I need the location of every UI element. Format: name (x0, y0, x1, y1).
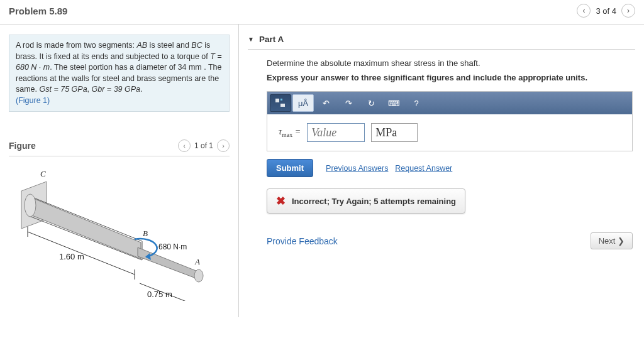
problem-header: Problem 5.89 ‹ 3 of 4 › (0, 0, 644, 24)
figure-prev-button[interactable]: ‹ (178, 139, 191, 152)
svg-rect-13 (280, 104, 285, 107)
help-button[interactable]: ? (406, 94, 427, 112)
answer-toolbar: μÅ ↶ ↷ ↻ ⌨ ? (267, 92, 632, 114)
feedback-box: ✖ Incorrect; Try Again; 5 attempts remai… (267, 188, 465, 214)
label-c: C (40, 169, 46, 179)
problem-nav: ‹ 3 of 4 › (577, 4, 635, 18)
problem-position: 3 of 4 (596, 6, 616, 16)
rod-diagram-svg (9, 169, 216, 301)
request-answer-link[interactable]: Request Answer (395, 164, 452, 173)
t: A rod is made from two segments: (16, 41, 136, 50)
gst: Gst = 75 GPa (40, 85, 87, 94)
templates-button[interactable] (270, 94, 291, 112)
label-a: A (195, 257, 200, 267)
undo-button[interactable]: ↶ (315, 94, 336, 112)
gbr: Gbr = 39 GPa (92, 85, 140, 94)
provide-feedback-link[interactable]: Provide Feedback (267, 236, 338, 246)
part-a-header[interactable]: ▼ Part A (248, 35, 635, 50)
instruction-2: Express your answer to three significant… (267, 73, 633, 82)
instruction-1: Determine the absolute maximum shear str… (267, 58, 633, 68)
feedback-text: Incorrect; Try Again; 5 attempts remaini… (292, 197, 456, 206)
svg-point-5 (25, 194, 36, 217)
templates-icon (275, 98, 286, 108)
seg-ab: AB (136, 41, 147, 50)
label-len2: 0.75 m (147, 290, 172, 299)
svg-marker-3 (138, 247, 197, 279)
t: is steel and (147, 41, 191, 50)
figure-next-button[interactable]: › (217, 139, 230, 152)
keyboard-button[interactable]: ⌨ (383, 94, 404, 112)
problem-title: Problem 5.89 (9, 6, 67, 16)
chevron-right-icon: › (627, 6, 630, 15)
symbols-button[interactable]: μÅ (292, 94, 314, 112)
next-problem-button[interactable]: › (621, 4, 635, 18)
incorrect-icon: ✖ (276, 195, 286, 207)
t: , (87, 85, 92, 94)
bottom-row: Provide Feedback Next ❯ (267, 232, 633, 249)
part-a-body: Determine the absolute maximum shear str… (248, 50, 635, 249)
t: . The steel portion has a diameter of 34 (50, 63, 189, 72)
svg-rect-12 (280, 99, 282, 100)
units-input[interactable] (371, 123, 418, 142)
figure-nav: ‹ 1 of 1 › (178, 139, 230, 152)
part-a-title: Part A (259, 35, 284, 44)
tau-symbol: τmax = (279, 127, 301, 138)
main-layout: A rod is made from two segments: AB is s… (0, 24, 644, 317)
mm: mm (189, 63, 202, 72)
right-panel: ▼ Part A Determine the absolute maximum … (239, 24, 644, 317)
chevron-left-icon: ‹ (582, 6, 585, 15)
figure-header: Figure ‹ 1 of 1 › (9, 139, 230, 156)
reset-button[interactable]: ↻ (360, 94, 382, 112)
submit-button[interactable]: Submit (267, 159, 313, 177)
svg-marker-1 (29, 197, 141, 259)
label-len1: 1.60 m (59, 252, 84, 261)
left-panel: A rod is made from two segments: AB is s… (0, 24, 239, 317)
redo-button[interactable]: ↷ (338, 94, 359, 112)
figure-link[interactable]: (Figure 1) (16, 96, 50, 105)
svg-rect-11 (275, 99, 279, 102)
seg-bc: BC (191, 41, 202, 50)
figure-title: Figure (9, 141, 36, 151)
previous-answers-link[interactable]: Previous Answers (326, 164, 388, 173)
figure-position: 1 of 1 (194, 141, 213, 150)
caret-down-icon: ▼ (248, 36, 254, 43)
problem-prompt: A rod is made from two segments: AB is s… (9, 35, 230, 112)
app-root: Problem 5.89 ‹ 3 of 4 › A rod is made fr… (0, 0, 644, 317)
svg-point-4 (194, 269, 203, 282)
submit-row: Submit Previous Answers Request Answer (267, 159, 633, 177)
answer-box: μÅ ↶ ↷ ↻ ⌨ ? τmax = (267, 91, 633, 151)
label-torque: 680 N·m (158, 242, 187, 251)
value-input[interactable] (307, 123, 365, 142)
answer-row: τmax = (267, 114, 632, 151)
prompt-text: A rod is made from two segments: AB is s… (16, 41, 222, 94)
next-button[interactable]: Next ❯ (591, 232, 633, 249)
label-b: B (143, 229, 148, 239)
figure-canvas: C B A 1.60 m 0.75 m 680 N·m (9, 169, 230, 307)
prev-problem-button[interactable]: ‹ (577, 4, 591, 18)
t: . (140, 85, 142, 94)
